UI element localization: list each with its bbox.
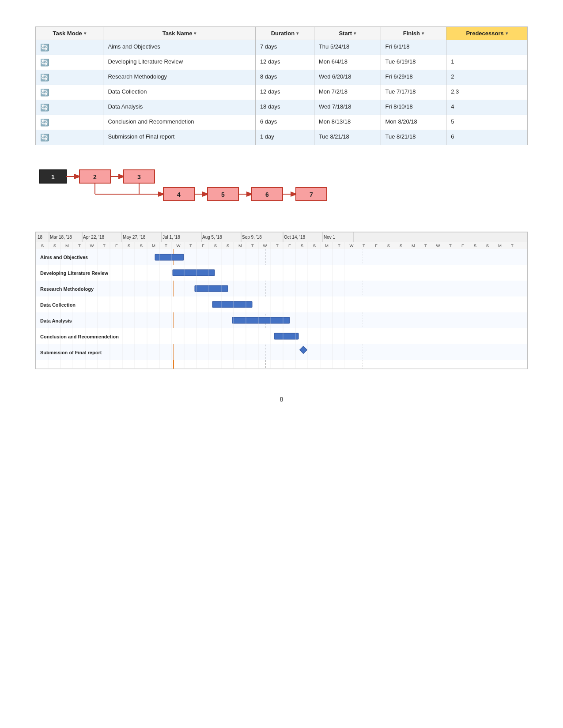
predecessors-cell: 6: [446, 130, 528, 145]
svg-rect-47: [36, 249, 528, 265]
finish-cell: Tue 6/19/18: [381, 55, 446, 70]
svg-text:T: T: [165, 243, 167, 248]
sort-arrow-task-name: ▾: [194, 31, 196, 36]
svg-text:S: S: [400, 243, 402, 248]
predecessors-cell: 2: [446, 70, 528, 85]
duration-cell: 7 days: [255, 40, 314, 55]
svg-text:Jul 1, '18: Jul 1, '18: [162, 235, 180, 240]
duration-cell: 1 day: [255, 130, 314, 145]
duration-cell: 6 days: [255, 115, 314, 130]
svg-text:T: T: [251, 243, 254, 248]
svg-rect-61: [232, 317, 290, 323]
svg-text:T: T: [189, 243, 192, 248]
svg-rect-64: [274, 333, 299, 339]
col-header-task-name[interactable]: Task Name ▾: [103, 27, 256, 40]
svg-text:5: 5: [221, 191, 225, 198]
task-name-cell: Developing Literature Review: [103, 55, 256, 70]
col-header-predecessors[interactable]: Predecessors ▾: [446, 27, 528, 40]
flow-diagram: 1 2 3 4 5 6 7: [35, 161, 528, 214]
sort-arrow-finish: ▾: [422, 31, 424, 36]
task-mode-cell: 🔄: [36, 70, 103, 85]
sort-arrow-predecessors: ▾: [506, 31, 508, 36]
svg-text:Aims and Objectives: Aims and Objectives: [40, 255, 88, 260]
svg-text:M: M: [325, 243, 329, 248]
svg-text:F: F: [202, 243, 204, 248]
svg-text:7: 7: [310, 191, 313, 198]
svg-text:6: 6: [265, 191, 269, 198]
svg-text:Mar 18, '18: Mar 18, '18: [50, 235, 72, 240]
svg-text:T: T: [78, 243, 81, 248]
table-row: 🔄Submission of Final report1 dayTue 8/21…: [36, 130, 528, 145]
svg-text:W: W: [263, 243, 267, 248]
svg-text:S: S: [486, 243, 489, 248]
flow-svg: 1 2 3 4 5 6 7: [35, 161, 528, 214]
svg-text:W: W: [177, 243, 181, 248]
svg-text:T: T: [449, 243, 452, 248]
task-name-cell: Submission of Final report: [103, 130, 256, 145]
svg-text:Oct 14, '18: Oct 14, '18: [284, 235, 305, 240]
task-mode-icon: 🔄: [40, 103, 49, 112]
svg-text:T: T: [338, 243, 340, 248]
predecessors-cell: 4: [446, 100, 528, 115]
svg-text:F: F: [115, 243, 118, 248]
table-row: 🔄Data Collection12 daysMon 7/2/18Tue 7/1…: [36, 85, 528, 100]
task-mode-cell: 🔄: [36, 115, 103, 130]
svg-text:Sep 9, '18: Sep 9, '18: [242, 235, 262, 240]
start-cell: Tue 8/21/18: [314, 130, 381, 145]
svg-text:S: S: [53, 243, 56, 248]
svg-rect-56: [36, 296, 528, 312]
task-mode-icon: 🔄: [40, 43, 49, 52]
svg-text:Data Analysis: Data Analysis: [40, 318, 72, 323]
task-name-cell: Conclusion and Recommendetion: [103, 115, 256, 130]
svg-text:18: 18: [38, 235, 43, 240]
finish-cell: Fri 6/1/18: [381, 40, 446, 55]
svg-rect-65: [36, 344, 528, 360]
task-mode-cell: 🔄: [36, 130, 103, 145]
svg-text:T: T: [363, 243, 365, 248]
svg-text:T: T: [424, 243, 427, 248]
predecessors-cell: 5: [446, 115, 528, 130]
col-header-finish[interactable]: Finish ▾: [381, 27, 446, 40]
task-name-cell: Research Methodology: [103, 70, 256, 85]
svg-text:T: T: [103, 243, 106, 248]
start-cell: Mon 8/13/18: [314, 115, 381, 130]
svg-text:1: 1: [51, 173, 55, 180]
svg-text:S: S: [140, 243, 143, 248]
svg-text:S: S: [41, 243, 44, 248]
table-row: 🔄Research Methodology8 daysWed 6/20/18Fr…: [36, 70, 528, 85]
task-name-cell: Aims and Objectives: [103, 40, 256, 55]
svg-rect-50: [36, 265, 528, 281]
svg-text:T: T: [511, 243, 514, 248]
svg-rect-42: [36, 242, 528, 249]
svg-text:May 27, '18: May 27, '18: [123, 235, 146, 240]
start-cell: Wed 7/18/18: [314, 100, 381, 115]
col-header-task-mode[interactable]: Task Mode ▾: [36, 27, 103, 40]
col-header-duration[interactable]: Duration ▾: [255, 27, 314, 40]
predecessors-cell: 2,3: [446, 85, 528, 100]
task-mode-cell: 🔄: [36, 100, 103, 115]
page-number: 8: [35, 396, 528, 403]
start-cell: Wed 6/20/18: [314, 70, 381, 85]
svg-text:M: M: [65, 243, 69, 248]
task-name-cell: Data Analysis: [103, 100, 256, 115]
start-cell: Thu 5/24/18: [314, 40, 381, 55]
table-row: 🔄Conclusion and Recommendetion6 daysMon …: [36, 115, 528, 130]
project-table: Task Mode ▾ Task Name ▾ Duration ▾ Start: [35, 26, 528, 145]
svg-text:S: S: [214, 243, 217, 248]
svg-text:S: S: [474, 243, 476, 248]
svg-text:2: 2: [93, 173, 97, 180]
table-row: 🔄Aims and Objectives7 daysThu 5/24/18Fri…: [36, 40, 528, 55]
svg-text:Submission of Final report: Submission of Final report: [40, 350, 102, 355]
table-row: 🔄Developing Literature Review12 daysMon …: [36, 55, 528, 70]
sort-arrow-start: ▾: [354, 31, 356, 36]
svg-text:S: S: [301, 243, 303, 248]
start-cell: Mon 7/2/18: [314, 85, 381, 100]
task-mode-icon: 🔄: [40, 58, 49, 67]
svg-text:M: M: [238, 243, 242, 248]
task-mode-icon: 🔄: [40, 73, 49, 82]
svg-text:Aug 5, '18: Aug 5, '18: [202, 235, 222, 240]
col-header-start[interactable]: Start ▾: [314, 27, 381, 40]
duration-cell: 12 days: [255, 85, 314, 100]
svg-rect-52: [173, 270, 215, 276]
svg-text:T: T: [276, 243, 279, 248]
